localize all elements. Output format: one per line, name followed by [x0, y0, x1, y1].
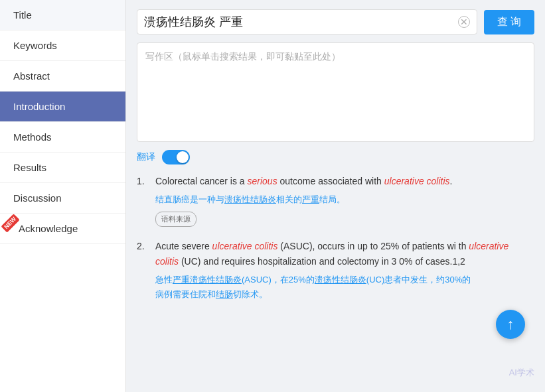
result-num-1: 1.: [137, 174, 150, 227]
writing-area[interactable]: 写作区（鼠标单击搜索结果，即可黏贴至此处）: [137, 42, 534, 142]
clear-icon[interactable]: ✕: [458, 16, 470, 28]
main-content: 溃疡性结肠炎 严重 ✕ 查 询 写作区（鼠标单击搜索结果，即可黏贴至此处） 翻译…: [126, 0, 545, 392]
sidebar-item-label: Results: [13, 162, 46, 173]
result-num-2: 2.: [137, 239, 150, 306]
cn-underline-2: 严重: [302, 194, 319, 204]
italic-uc-1: ulcerative colitis: [384, 176, 450, 186]
sidebar-item-introduction[interactable]: Introduction: [0, 92, 125, 122]
italic-uc-3: ulcerative colitis: [155, 241, 508, 267]
sidebar-item-keywords[interactable]: Keywords: [0, 31, 125, 61]
search-button[interactable]: 查 询: [484, 10, 534, 34]
result-content-2: Acute severe ulcerative colitis (ASUC), …: [155, 239, 534, 306]
result-content-1: Colorectal cancer is a serious outcome a…: [155, 174, 534, 227]
translate-row: 翻译: [137, 150, 534, 164]
result-en-1[interactable]: Colorectal cancer is a serious outcome a…: [155, 174, 534, 190]
cn-underline-4: 溃疡性结肠炎: [315, 275, 366, 285]
sidebar-item-label: Keywords: [13, 40, 57, 51]
result-cn-2[interactable]: 急性严重溃疡性结肠炎(ASUC)，在25%的溃疡性结肠炎(UC)患者中发生，约3…: [155, 273, 534, 302]
sidebar-item-label: Acknowledge: [19, 223, 78, 234]
result-en-2[interactable]: Acute severe ulcerative colitis (ASUC), …: [155, 239, 534, 271]
sidebar-item-acknowledge[interactable]: NEW Acknowledge: [0, 214, 125, 244]
scroll-up-icon: ↑: [507, 317, 514, 332]
search-input-wrap[interactable]: 溃疡性结肠炎 严重 ✕: [137, 9, 477, 34]
sidebar-item-discussion[interactable]: Discussion: [0, 183, 125, 214]
sidebar-item-label: Title: [13, 9, 32, 21]
result-item-2: 2. Acute severe ulcerative colitis (ASUC…: [137, 239, 534, 306]
result-cn-1[interactable]: 结直肠癌是一种与溃疡性结肠炎相关的严重结局。: [155, 192, 534, 207]
sidebar: Title Keywords Abstract Introduction Met…: [0, 0, 126, 392]
writing-placeholder: 写作区（鼠标单击搜索结果，即可黏贴至此处）: [145, 51, 341, 62]
italic-uc-2: ulcerative colitis: [212, 241, 278, 251]
new-badge: NEW: [1, 214, 19, 232]
sidebar-item-label: Methods: [13, 131, 52, 143]
italic-serious: serious: [248, 176, 277, 186]
scroll-up-button[interactable]: ↑: [496, 310, 525, 339]
sidebar-item-title[interactable]: Title: [0, 0, 125, 31]
sidebar-item-label: Discussion: [13, 192, 62, 204]
cn-underline-1: 溃疡性结肠炎: [224, 194, 276, 204]
search-bar: 溃疡性结肠炎 严重 ✕ 查 询: [137, 9, 534, 34]
sidebar-item-results[interactable]: Results: [0, 153, 125, 183]
cn-underline-5: 结肠: [216, 289, 233, 299]
result-item-1: 1. Colorectal cancer is a serious outcom…: [137, 174, 534, 227]
translate-label: 翻译: [137, 151, 155, 163]
cn-underline-3: 严重溃疡性结肠炎: [173, 275, 242, 285]
sidebar-item-label: Introduction: [13, 101, 65, 112]
watermark: AI学术: [509, 367, 534, 379]
results-list: 1. Colorectal cancer is a serious outcom…: [137, 174, 534, 306]
sidebar-item-label: Abstract: [13, 70, 50, 82]
toggle-knob: [177, 151, 189, 163]
sidebar-item-abstract[interactable]: Abstract: [0, 61, 125, 92]
sidebar-item-methods[interactable]: Methods: [0, 122, 125, 153]
translate-toggle[interactable]: [162, 150, 190, 164]
search-query-text: 溃疡性结肠炎 严重: [144, 14, 453, 30]
source-tag-1[interactable]: 语料来源: [155, 212, 196, 227]
